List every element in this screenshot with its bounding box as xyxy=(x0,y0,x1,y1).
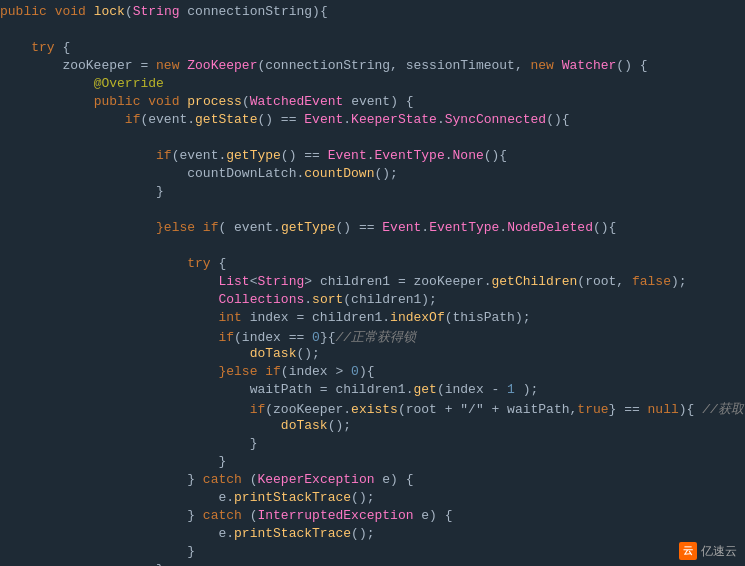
code-line: List<String> children1 = zooKeeper.getCh… xyxy=(0,274,745,292)
code-line: }else if( event.getType() == Event.Event… xyxy=(0,220,745,238)
code-line: } xyxy=(0,544,745,562)
code-line: try { xyxy=(0,256,745,274)
code-editor: public void lock(String connectionString… xyxy=(0,0,745,566)
code-line: try { xyxy=(0,40,745,58)
code-line: countDownLatch.countDown(); xyxy=(0,166,745,184)
watermark-text: 亿速云 xyxy=(701,543,737,560)
code-line: doTask(); xyxy=(0,418,745,436)
code-line: } catch (InterruptedException e) { xyxy=(0,508,745,526)
code-line: Collections.sort(children1); xyxy=(0,292,745,310)
code-line: if(event.getType() == Event.EventType.No… xyxy=(0,148,745,166)
code-line xyxy=(0,238,745,256)
code-line: int index = children1.indexOf(thisPath); xyxy=(0,310,745,328)
code-line: if(index == 0}{//正常获得锁 xyxy=(0,328,745,346)
code-line: } xyxy=(0,454,745,472)
watermark-logo: 云 xyxy=(679,542,697,560)
code-line: } xyxy=(0,436,745,454)
code-line: e.printStackTrace(); xyxy=(0,526,745,544)
watermark: 云 亿速云 xyxy=(679,542,737,560)
code-line: public void lock(String connectionString… xyxy=(0,4,745,22)
code-line: if(event.getState() == Event.KeeperState… xyxy=(0,112,745,130)
code-line xyxy=(0,130,745,148)
code-line: public void process(WatchedEvent event) … xyxy=(0,94,745,112)
code-line: } xyxy=(0,184,745,202)
code-line: }else if(index > 0){ xyxy=(0,364,745,382)
code-line xyxy=(0,22,745,40)
code-line: waitPath = children1.get(index - 1 ); xyxy=(0,382,745,400)
code-line xyxy=(0,202,745,220)
code-line: @Override xyxy=(0,76,745,94)
code-line: zooKeeper = new ZooKeeper(connectionStri… xyxy=(0,58,745,76)
code-line: e.printStackTrace(); xyxy=(0,490,745,508)
code-line: if(zooKeeper.exists(root + "/" + waitPat… xyxy=(0,400,745,418)
code-line: } catch (KeeperException e) { xyxy=(0,472,745,490)
code-line: } xyxy=(0,562,745,566)
code-line: doTask(); xyxy=(0,346,745,364)
